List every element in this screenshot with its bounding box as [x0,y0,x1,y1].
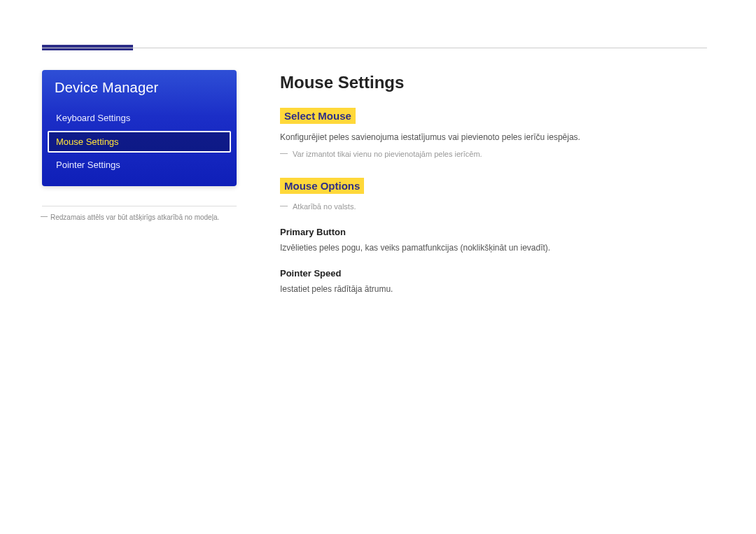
device-manager-panel: Device Manager Keyboard Settings Mouse S… [42,70,237,186]
sidebar-caption: Redzamais attēls var būt atšķirīgs atkar… [42,212,237,223]
heading-mouse-options: Mouse Options [280,178,364,194]
select-mouse-note: Var izmantot tikai vienu no pievienotajā… [280,148,707,161]
panel-title: Device Manager [42,70,237,107]
sidebar-separator [42,206,237,206]
primary-button-description: Izvēlieties peles pogu, kas veiks pamatf… [280,241,707,255]
sidebar-item-keyboard-settings[interactable]: Keyboard Settings [48,107,231,129]
sidebar-item-mouse-settings[interactable]: Mouse Settings [48,131,231,153]
section-mouse-options: Mouse Options Atkarībā no valsts. Primar… [280,178,707,296]
page-title: Mouse Settings [280,73,707,92]
sidebar-item-pointer-settings[interactable]: Pointer Settings [48,154,231,176]
content-column: Mouse Settings Select Mouse Konfigurējie… [280,70,707,313]
header-rule [42,48,707,48]
sidebar-column: Device Manager Keyboard Settings Mouse S… [42,70,280,313]
pointer-speed-description: Iestatiet peles rādītāja ātrumu. [280,283,707,296]
mouse-options-note: Atkarībā no valsts. [280,201,707,213]
section-select-mouse: Select Mouse Konfigurējiet peles savieno… [280,108,707,161]
select-mouse-description: Konfigurējiet peles savienojuma iestatīj… [280,131,707,144]
panel-list: Keyboard Settings Mouse Settings Pointer… [42,107,237,186]
heading-select-mouse: Select Mouse [280,108,356,124]
subheading-pointer-speed: Pointer Speed [280,268,707,279]
subheading-primary-button: Primary Button [280,227,707,237]
